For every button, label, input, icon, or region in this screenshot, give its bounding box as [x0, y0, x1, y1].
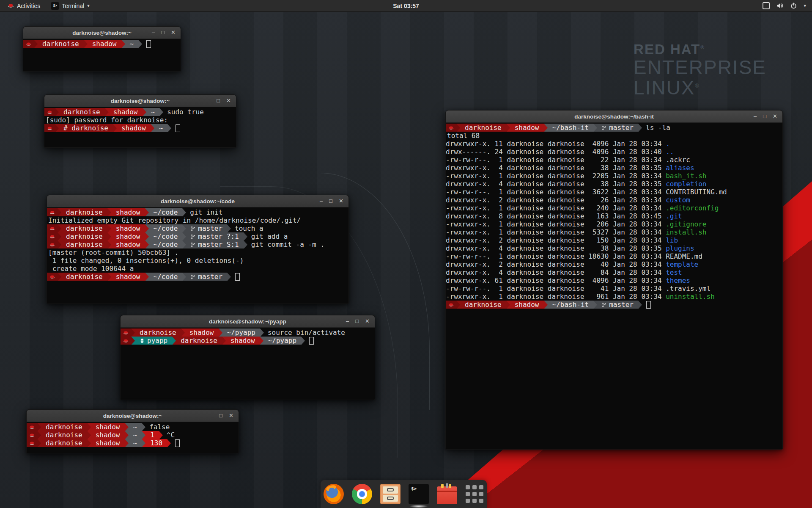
chrome-icon[interactable]: [352, 484, 372, 504]
window-titlebar[interactable]: darknoise@shadow:~/bash-it–□✕: [446, 110, 782, 123]
terminal-body[interactable]: darknoiseshadow~/bash-itmasterls -latota…: [446, 123, 782, 309]
window-titlebar[interactable]: darknoise@shadow:~–□✕: [27, 410, 239, 422]
window-titlebar[interactable]: darknoise@shadow:~–□✕: [44, 95, 236, 107]
terminal-cursor: [309, 337, 314, 345]
powerline-separator-icon: [142, 431, 145, 439]
powerline-separator-icon: [219, 329, 222, 337]
window-titlebar[interactable]: darknoise@shadow:~/pyapp–□✕: [121, 315, 375, 328]
command-text: git add a: [251, 232, 288, 240]
prompt-segment-host: shadow: [226, 337, 260, 345]
redhat-icon: [44, 108, 55, 116]
minimize-button[interactable]: –: [754, 110, 757, 122]
prompt-segment-path: ~: [154, 124, 168, 132]
close-button[interactable]: ✕: [773, 110, 777, 122]
terminal-body[interactable]: darknoiseshadow~: [23, 39, 181, 48]
close-button[interactable]: ✕: [339, 195, 343, 207]
system-status-area[interactable]: ▾: [763, 2, 812, 9]
segment-text: darknoise: [66, 208, 103, 216]
segment-text: ~/code: [154, 240, 178, 248]
app-grid-icon[interactable]: [465, 485, 484, 503]
firefox-icon[interactable]: [324, 484, 344, 504]
maximize-button[interactable]: □: [355, 315, 359, 327]
terminal-body[interactable]: darknoiseshadow~/pyappsource bin/activat…: [121, 328, 375, 345]
maximize-button[interactable]: □: [161, 27, 165, 39]
window-titlebar[interactable]: darknoise@shadow:~–□✕: [23, 27, 181, 39]
terminal-line: -rwxrwxr-x. 1 darknoise darknoise 2205 J…: [446, 172, 782, 180]
powerline-separator-icon: [222, 337, 226, 345]
prompt-segment-host: shadow: [91, 423, 125, 431]
maximize-button[interactable]: □: [329, 195, 332, 207]
minimize-button[interactable]: –: [210, 410, 213, 422]
segment-text: darknoise: [46, 439, 82, 447]
powerline-separator-icon: [58, 208, 61, 216]
app-menu-terminal[interactable]: $> Terminal ▾: [47, 0, 93, 11]
segment-text: master: [198, 273, 222, 281]
powerline-separator-icon: [145, 273, 149, 281]
file-meta: -rw-rw-r--. 1 darknoise darknoise 41 Jan…: [446, 284, 666, 293]
activities-button[interactable]: Activities: [3, 0, 44, 11]
segment-text: master: [198, 224, 222, 232]
powerline-separator-icon: [55, 124, 59, 132]
window-titlebar[interactable]: darknoise@shadow:~/code–□✕: [47, 195, 348, 207]
close-button[interactable]: ✕: [171, 27, 176, 39]
powerline-separator-icon: [121, 40, 125, 48]
git-branch-icon: [191, 226, 195, 232]
file-manager-icon[interactable]: [380, 484, 401, 504]
segment-text: shadow: [189, 329, 214, 337]
prompt-segment-path: ~/pyapp: [222, 329, 260, 337]
minimize-button[interactable]: –: [320, 195, 323, 207]
terminal-line: darknoiseshadow~/codegit init: [47, 208, 348, 216]
terminal-body[interactable]: darknoiseshadow~sudo true[sudo] password…: [44, 107, 236, 132]
close-button[interactable]: ✕: [365, 315, 370, 327]
segment-text: darknoise: [465, 301, 502, 309]
segment-text: shadow: [96, 439, 120, 447]
prompt-segment-host: shadow: [117, 124, 151, 132]
maximize-button[interactable]: □: [219, 410, 222, 422]
powerline-separator-icon: [142, 423, 145, 431]
terminal-body[interactable]: darknoiseshadow~/codegit initInitialized…: [47, 207, 348, 281]
prompt-segment-path: ~/bash-it: [548, 301, 594, 309]
toolbox-icon[interactable]: [437, 484, 457, 504]
segment-text: master: [609, 124, 634, 132]
maximize-button[interactable]: □: [763, 110, 766, 122]
segment-text: darknoise: [66, 240, 103, 248]
terminal-body[interactable]: darknoiseshadow~falsedarknoiseshadow~1^C…: [27, 422, 239, 447]
segment-text: 130: [150, 439, 162, 447]
close-button[interactable]: ✕: [229, 410, 233, 422]
file-meta: -rwxrwxr-x. 1 darknoise darknoise 240 Ja…: [446, 204, 666, 212]
git-branch-icon: [602, 125, 606, 131]
file-meta: drwxrwxr-x. 4 darknoise darknoise 38 Jan…: [446, 180, 666, 188]
terminal-window: darknoise@shadow:~–□✕darknoiseshadow~fal…: [26, 409, 239, 453]
drawer-top: [383, 486, 398, 494]
powerline-separator-icon: [227, 224, 231, 232]
file-meta: -rwxrwxr-x. 1 darknoise darknoise 2205 J…: [446, 172, 666, 180]
prompt-segment-user: darknoise: [460, 301, 506, 309]
powerline-separator-icon: [159, 431, 163, 439]
segment-text: darknoise: [465, 124, 502, 132]
minimize-button[interactable]: –: [152, 27, 155, 39]
terminal-line: -rw-rw-r--. 1 darknoise darknoise 41 Jan…: [446, 284, 782, 293]
terminal-line: -rw-rw-r--. 1 darknoise darknoise 18630 …: [446, 252, 782, 260]
top-bar: Activities $> Terminal ▾ Sat 03:57 ▾: [0, 0, 812, 12]
prompt-segment-host: shadow: [111, 273, 145, 281]
segment-text: ~: [151, 108, 155, 116]
terminal-line: darknoiseshadow~/bash-itmasterls -la: [446, 124, 782, 132]
segment-text: darknoise: [181, 337, 217, 345]
minimize-button[interactable]: –: [207, 95, 210, 107]
segment-text: shadow: [515, 301, 539, 309]
maximize-button[interactable]: □: [217, 95, 220, 107]
terminal-icon[interactable]: $>: [409, 484, 429, 504]
powerline-separator-icon: [182, 240, 186, 248]
grid-dot: [472, 499, 477, 503]
minimize-button[interactable]: –: [346, 315, 349, 327]
powerline-separator-icon: [456, 124, 460, 132]
powerline-separator-icon: [107, 208, 111, 216]
close-button[interactable]: ✕: [226, 95, 231, 107]
segment-text: shadow: [92, 40, 117, 48]
prompt-segment-git: master: [597, 124, 638, 132]
command-text: git commit -a -m .: [251, 240, 324, 248]
powerline-separator-icon: [593, 301, 597, 309]
terminal-line: -rwxrwxr-x. 1 darknoise darknoise 5327 J…: [446, 228, 782, 236]
clock[interactable]: Sat 03:57: [393, 3, 419, 9]
powerline-separator-icon: [544, 301, 548, 309]
